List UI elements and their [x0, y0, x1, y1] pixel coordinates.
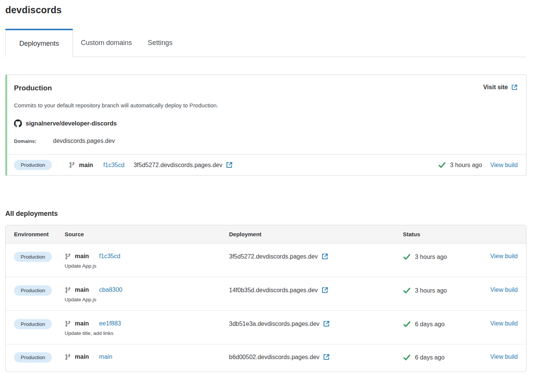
- domains-label: Domains:: [14, 138, 36, 144]
- view-build-link[interactable]: View build: [490, 162, 518, 169]
- external-link-icon: [323, 353, 330, 361]
- table-row: Production main main b6d00502.devdiscord…: [6, 344, 526, 372]
- branch-name: main: [75, 320, 89, 327]
- commit-message: Update title, add links: [65, 330, 229, 336]
- branch-name: main: [75, 353, 89, 360]
- branch-name: main: [79, 162, 93, 169]
- check-icon: [438, 161, 446, 169]
- deployments-table: Environment Source Deployment Status Pro…: [5, 225, 526, 372]
- commit-link[interactable]: ee1f883: [99, 320, 121, 327]
- production-description: Commits to your default repository branc…: [14, 102, 518, 108]
- git-branch-icon: [65, 354, 71, 360]
- git-branch-icon: [65, 253, 71, 260]
- view-build-link[interactable]: View build: [490, 353, 518, 360]
- deployment-url-link[interactable]: b6d00502.devdiscords.pages.dev: [229, 353, 330, 361]
- column-header-environment: Environment: [14, 231, 65, 237]
- environment-badge: Production: [14, 160, 52, 170]
- tab-bar: Deployments Custom domains Settings: [5, 29, 526, 57]
- deployment-time: 6 days ago: [415, 354, 444, 361]
- environment-badge: Production: [14, 252, 52, 262]
- page-title: devdiscords: [5, 5, 526, 15]
- tab-custom-domains[interactable]: Custom domains: [73, 29, 140, 57]
- check-icon: [403, 253, 411, 261]
- production-deployment-row: Production main f1c35cd 3f5d5272.devdisc…: [7, 154, 526, 175]
- branch-name: main: [75, 287, 89, 293]
- commit-link[interactable]: f1c35cd: [103, 162, 124, 169]
- deployment-time: 3 hours ago: [415, 254, 447, 260]
- view-build-link[interactable]: View build: [490, 287, 518, 293]
- git-branch-icon: [65, 321, 71, 327]
- check-icon: [403, 353, 411, 361]
- table-row: Production main f1c35cd Update App.js 3f…: [6, 243, 526, 277]
- deployment-url-link[interactable]: 3f5d5272.devdiscords.pages.dev: [229, 253, 328, 260]
- branch-name: main: [75, 253, 89, 260]
- github-icon: [14, 119, 22, 127]
- check-icon: [403, 320, 411, 328]
- table-row: Production main ee1f883 Update title, ad…: [6, 311, 526, 344]
- visit-site-link[interactable]: Visit site: [483, 84, 518, 91]
- external-link-icon: [511, 84, 518, 91]
- environment-badge: Production: [14, 319, 52, 329]
- deployment-url: 3f5d5272.devdiscords.pages.dev: [229, 253, 318, 260]
- tab-settings[interactable]: Settings: [140, 29, 180, 57]
- table-row: Production main cba8300 Update App.js 14…: [6, 277, 526, 311]
- deployment-time: 6 days ago: [415, 321, 444, 328]
- view-build-link[interactable]: View build: [490, 320, 518, 327]
- column-header-deployment: Deployment: [229, 231, 403, 237]
- deployment-url: b6d00502.devdiscords.pages.dev: [229, 354, 319, 361]
- deployment-url-link[interactable]: 3db51e3a.devdiscords.pages.dev: [229, 320, 330, 327]
- repo-name: signalnerve/developer-discords: [26, 120, 117, 127]
- commit-link[interactable]: f1c35cd: [99, 253, 120, 260]
- git-branch-icon: [65, 287, 71, 293]
- external-link-icon: [321, 253, 328, 260]
- production-card-title: Production: [14, 84, 52, 92]
- all-deployments-title: All deployments: [5, 210, 526, 218]
- deployment-url-link[interactable]: 3f5d5272.devdiscords.pages.dev: [133, 161, 233, 169]
- deployment-url: 14f0b35d.devdiscords.pages.dev: [229, 287, 318, 294]
- visit-site-label: Visit site: [483, 84, 508, 91]
- commit-message: Update App.js: [65, 297, 229, 302]
- tab-deployments[interactable]: Deployments: [5, 29, 73, 57]
- commit-link[interactable]: cba8300: [99, 287, 122, 293]
- external-link-icon: [323, 320, 330, 327]
- environment-badge: Production: [14, 285, 52, 296]
- git-branch-icon: [69, 162, 75, 168]
- environment-badge: Production: [14, 352, 52, 363]
- column-header-source: Source: [65, 231, 229, 237]
- deployment-time: 3 hours ago: [415, 287, 447, 294]
- domains-value: devdiscords.pages.dev: [53, 138, 115, 144]
- view-build-link[interactable]: View build: [490, 253, 518, 259]
- production-card: Production Visit site Commits to your de…: [5, 74, 526, 176]
- commit-message: Update App.js: [65, 263, 229, 269]
- deployment-url-link[interactable]: 14f0b35d.devdiscords.pages.dev: [229, 287, 328, 294]
- external-link-icon: [226, 161, 233, 169]
- column-header-status: Status: [403, 231, 485, 237]
- commit-link[interactable]: main: [99, 353, 112, 360]
- table-header-row: Environment Source Deployment Status: [6, 225, 526, 243]
- repo-link[interactable]: signalnerve/developer-discords: [14, 119, 518, 127]
- external-link-icon: [321, 287, 328, 294]
- check-icon: [403, 287, 411, 294]
- deployment-time: 3 hours ago: [450, 162, 482, 169]
- deployment-url: 3db51e3a.devdiscords.pages.dev: [229, 321, 319, 327]
- deployment-url: 3f5d5272.devdiscords.pages.dev: [133, 162, 222, 169]
